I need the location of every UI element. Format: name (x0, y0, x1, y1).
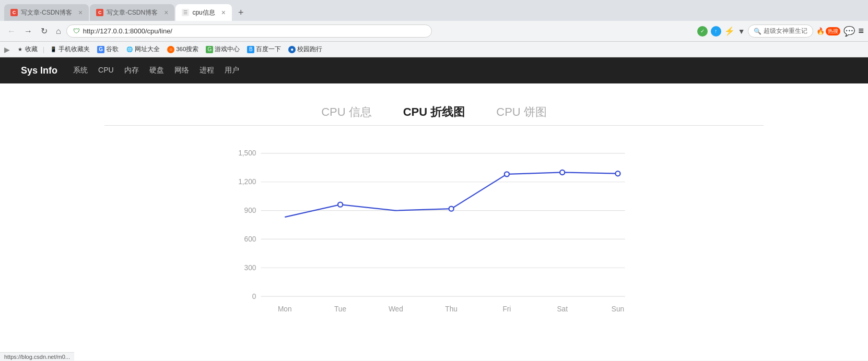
nav-item-system[interactable]: 系统 (73, 64, 88, 77)
data-point-thu (449, 207, 454, 211)
reload-button[interactable]: ↻ (38, 24, 51, 38)
tab-favicon-3: ☰ (182, 9, 189, 16)
nav-item-disk[interactable]: 硬盘 (149, 64, 164, 77)
x-label-thu: Thu (445, 305, 458, 313)
bookmark-label-2: 手机收藏夹 (58, 45, 90, 53)
nav-item-process[interactable]: 进程 (200, 64, 214, 77)
tab-close-2[interactable]: × (164, 8, 168, 17)
data-point-sat (560, 170, 565, 175)
y-label-1200: 1,200 (238, 178, 256, 186)
hot-search-button[interactable]: 🔥 热搜 (816, 27, 840, 35)
fire-icon: 🔥 (816, 27, 825, 35)
status-url: https://blog.csdn.net/m0... (4, 354, 70, 360)
address-bar[interactable]: 🛡 http://127.0.0.1:8000/cpu/line/ (66, 25, 432, 38)
message-icon[interactable]: 💬 (843, 26, 855, 37)
bookmark-icon-4: 🌐 (126, 46, 133, 53)
app-navbar: Sys Info 系统 CPU 内存 硬盘 网络 进程 用户 (0, 57, 868, 83)
y-label-900: 900 (244, 207, 256, 214)
nav-item-network[interactable]: 网络 (174, 64, 189, 77)
y-label-0: 0 (252, 293, 256, 300)
x-label-sun: Sun (612, 305, 624, 313)
bookmarks-bar: ▶ ★ 收藏 | 📱 手机收藏夹 G 谷歌 🌐 网址大全 ○ 360搜索 G 游… (0, 42, 868, 57)
back-button[interactable]: ← (4, 25, 19, 38)
bookmark-item-3[interactable]: G 谷歌 (94, 44, 122, 54)
tab-bar: C 写文章-CSDN博客 × C 写文章-CSDN博客 × ☰ cpu信息 × … (0, 0, 868, 21)
browser-chrome: C 写文章-CSDN博客 × C 写文章-CSDN博客 × ☰ cpu信息 × … (0, 0, 868, 57)
bookmark-icon-8: ● (288, 46, 296, 53)
app-brand: Sys Info (21, 65, 57, 76)
address-text: http://127.0.0.1:8000/cpu/line/ (83, 27, 425, 35)
tab-favicon-1: C (10, 9, 18, 16)
new-tab-button[interactable]: + (233, 5, 249, 20)
chart-container: 1,500 1,200 900 600 300 0 Mon Tue Wed Th… (225, 141, 643, 334)
tab-title-1: 写文章-CSDN博客 (21, 8, 72, 17)
home-button[interactable]: ⌂ (53, 25, 64, 38)
sub-tabs: CPU 信息 CPU 折线图 CPU 饼图 (104, 94, 764, 126)
divider-1: | (43, 46, 44, 53)
y-label-1500: 1,500 (238, 149, 256, 157)
bookmark-label-1: 收藏 (25, 45, 38, 53)
bookmark-icon-7: B (247, 46, 254, 53)
y-label-600: 600 (244, 235, 256, 243)
tab-favicon-2: C (96, 9, 103, 16)
right-controls: ✓ ↑ ⚡ ▼ 🔍 超级女神重生记 🔥 热搜 💬 ≡ (697, 25, 864, 38)
bookmarks-expand-icon[interactable]: ▶ (4, 45, 10, 54)
browser-tab-1[interactable]: C 写文章-CSDN博客 × (4, 4, 89, 21)
x-label-sat: Sat (557, 305, 568, 313)
tab-close-1[interactable]: × (78, 8, 83, 17)
hot-badge: 热搜 (826, 27, 840, 35)
x-label-wed: Wed (389, 305, 403, 313)
bookmark-label-8: 校园跑行 (297, 45, 322, 53)
browser-search-bar[interactable]: 🔍 超级女神重生记 (748, 25, 813, 38)
status-bar: https://blog.csdn.net/m0... (0, 352, 74, 360)
forward-button[interactable]: → (21, 25, 36, 38)
nav-item-memory[interactable]: 内存 (124, 64, 139, 77)
app-nav-items: 系统 CPU 内存 硬盘 网络 进程 用户 (73, 64, 239, 77)
x-label-mon: Mon (278, 305, 292, 313)
tab-title-2: 写文章-CSDN博客 (107, 8, 158, 17)
line-chart: 1,500 1,200 900 600 300 0 Mon Tue Wed Th… (225, 141, 643, 332)
bookmark-label-3: 谷歌 (106, 45, 119, 53)
bookmark-icon-5: ○ (167, 46, 174, 53)
nav-item-cpu[interactable]: CPU (98, 64, 114, 77)
bookmark-label-5: 360搜索 (176, 45, 198, 53)
browser-sync-icon[interactable]: ↑ (711, 26, 721, 37)
lightning-icon[interactable]: ⚡ (724, 26, 735, 36)
tab-close-3[interactable]: × (221, 8, 226, 17)
bookmark-label-6: 游戏中心 (215, 45, 240, 53)
tab-title-3: cpu信息 (192, 8, 215, 17)
menu-icon[interactable]: ≡ (858, 26, 864, 37)
y-label-300: 300 (244, 264, 256, 272)
bookmark-item-4[interactable]: 🌐 网址大全 (123, 44, 163, 54)
main-content: CPU 信息 CPU 折线图 CPU 饼图 1,500 1,200 900 60… (0, 83, 868, 360)
navigation-bar: ← → ↻ ⌂ 🛡 http://127.0.0.1:8000/cpu/line… (0, 21, 868, 42)
sub-tab-cpu-line[interactable]: CPU 折线图 (398, 104, 471, 120)
bookmark-item-2[interactable]: 📱 手机收藏夹 (46, 44, 93, 54)
x-label-fri: Fri (502, 305, 511, 313)
data-point-sun (615, 171, 620, 176)
bookmark-icon-1: ★ (16, 46, 24, 53)
bookmark-item-1[interactable]: ★ 收藏 (13, 44, 41, 54)
bookmark-label-4: 网址大全 (135, 45, 160, 53)
bookmark-item-8[interactable]: ● 校园跑行 (285, 44, 325, 54)
x-label-tue: Tue (334, 305, 346, 313)
bookmark-item-6[interactable]: G 游戏中心 (203, 44, 243, 54)
search-text: 超级女神重生记 (764, 27, 807, 35)
bookmark-icon-6: G (206, 46, 213, 53)
data-point-fri (505, 172, 509, 176)
browser-tab-3[interactable]: ☰ cpu信息 × (175, 4, 232, 21)
expand-icon[interactable]: ▼ (738, 27, 745, 35)
browser-tab-2[interactable]: C 写文章-CSDN博客 × (90, 4, 174, 21)
bookmark-label-7: 百度一下 (256, 45, 281, 53)
data-point-tue (338, 202, 343, 207)
sub-tab-cpu-info[interactable]: CPU 信息 (316, 104, 377, 120)
sub-tab-cpu-pie[interactable]: CPU 饼图 (491, 104, 552, 120)
nav-item-user[interactable]: 用户 (225, 64, 239, 77)
bookmark-item-7[interactable]: B 百度一下 (244, 44, 284, 54)
search-icon: 🔍 (754, 28, 761, 35)
bookmark-icon-3: G (97, 46, 104, 53)
bookmark-item-5[interactable]: ○ 360搜索 (164, 44, 202, 54)
secure-icon: 🛡 (73, 27, 80, 35)
browser-user-icon[interactable]: ✓ (697, 26, 708, 37)
bookmark-icon-2: 📱 (50, 46, 57, 53)
